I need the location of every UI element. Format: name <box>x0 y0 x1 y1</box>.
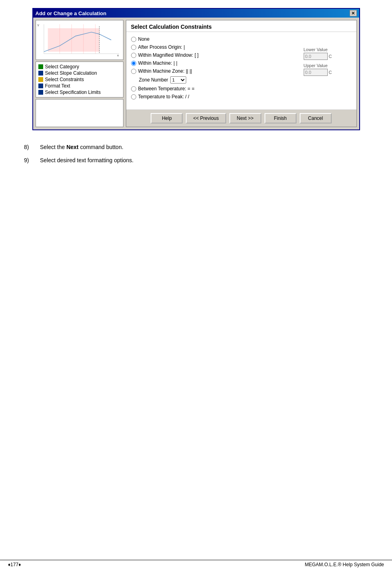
step-color-4 <box>38 90 43 95</box>
zone-row: Zone Number 1 <box>131 75 300 85</box>
lower-value-label: Lower Value <box>304 47 352 52</box>
instruction-9-text: Select desired text formatting options. <box>40 155 133 165</box>
step-color-1 <box>38 71 43 76</box>
lower-value-row: C <box>304 53 352 60</box>
bottom-panel <box>36 99 123 127</box>
cancel-button[interactable]: Cancel <box>300 113 332 123</box>
zone-label: Zone Number <box>139 77 168 83</box>
constraints-area: NoneAfter Process Origin: |Within Magnif… <box>126 32 356 109</box>
right-panel: Select Calculation Constraints NoneAfter… <box>126 20 357 127</box>
previous-button[interactable]: << Previous <box>186 113 226 123</box>
radio-r_magnified[interactable] <box>131 53 136 58</box>
instruction-8-text: Select the Next command button. <box>40 142 123 152</box>
page-content: 8) Select the Next command button. 9) Se… <box>16 138 376 173</box>
radio-label-r_machine: Within Machine: | | <box>138 60 177 66</box>
dialog-close-button[interactable]: ✕ <box>350 10 357 16</box>
button-row: Help<< PreviousNext >>FinishCancel <box>126 109 356 127</box>
radio-r_machine[interactable] <box>131 61 136 66</box>
radio-item-r_machine: Within Machine: | | <box>131 59 300 67</box>
radio-r_none[interactable] <box>131 37 136 42</box>
help-button[interactable]: Help <box>151 113 183 123</box>
zone-select[interactable]: 1 <box>170 76 186 84</box>
footer-left: ♦177♦ <box>8 562 21 567</box>
radio-label-r_zone: Within Machine Zone: || || <box>138 68 192 74</box>
radio-item-r_between: Between Temperature: = = <box>131 85 300 93</box>
radio-item-r_zone: Within Machine Zone: || || <box>131 67 300 75</box>
radio-item-r_none: None <box>131 35 300 43</box>
instruction-9: 9) Select desired text formatting option… <box>24 155 368 165</box>
step-item-2: Select Constraints <box>38 76 121 83</box>
step-color-2 <box>38 77 43 82</box>
svg-text:Y: Y <box>37 24 39 27</box>
upper-unit: C <box>329 70 332 75</box>
left-panel: Y x Select CategorySelect Slope Calculat… <box>36 20 123 127</box>
step-color-3 <box>38 84 43 88</box>
step-label-0: Select Category <box>45 64 79 70</box>
dialog-body: Y x Select CategorySelect Slope Calculat… <box>33 18 359 129</box>
lower-value-group: Lower Value C <box>304 47 352 60</box>
radio-item-r_after: After Process Origin: | <box>131 43 300 51</box>
next-button[interactable]: Next >> <box>229 113 261 123</box>
value-panel: Lower Value C Upper Value C <box>304 35 352 106</box>
upper-value-input[interactable] <box>304 69 328 76</box>
radio-label-r_none: None <box>138 36 150 42</box>
instruction-9-num: 9) <box>24 155 36 165</box>
page-footer: ♦177♦ MEGAM.O.L.E.® Help System Guide <box>0 560 392 569</box>
step-item-4: Select Specification Limits <box>38 89 121 95</box>
radio-label-r_between: Between Temperature: = = <box>138 86 195 92</box>
radio-item-r_topeak: Temperature to Peak: / / <box>131 93 300 101</box>
step-label-2: Select Constraints <box>45 77 84 82</box>
steps-list: Select CategorySelect Slope CalculationS… <box>36 62 123 97</box>
radio-options: NoneAfter Process Origin: |Within Magnif… <box>131 35 300 106</box>
step-item-3: Format Text <box>38 83 121 89</box>
finish-button[interactable]: Finish <box>265 113 296 123</box>
radio-label-r_topeak: Temperature to Peak: / / <box>138 94 189 99</box>
svg-text:x: x <box>117 54 119 57</box>
step-label-4: Select Specification Limits <box>45 90 101 95</box>
instruction-8-num: 8) <box>24 142 36 152</box>
radio-label-r_magnified: Within Magnified Window: [ ] <box>138 52 199 58</box>
dialog-titlebar: Add or Change a Calculation ✕ <box>33 9 359 18</box>
dialog-window: Add or Change a Calculation ✕ <box>32 8 360 130</box>
step-label-3: Format Text <box>45 83 70 89</box>
upper-value-row: C <box>304 69 352 76</box>
dialog-title: Add or Change a Calculation <box>36 10 107 16</box>
step-color-0 <box>38 64 43 69</box>
radio-r_after[interactable] <box>131 45 136 50</box>
chart-area: Y x <box>36 20 123 60</box>
radio-label-r_after: After Process Origin: | <box>138 44 185 50</box>
footer-right: MEGAM.O.L.E.® Help System Guide <box>305 562 384 567</box>
radio-r_topeak[interactable] <box>131 94 136 99</box>
upper-value-label: Upper Value <box>304 63 352 68</box>
instruction-8: 8) Select the Next command button. <box>24 142 368 152</box>
lower-unit: C <box>329 54 332 59</box>
step-item-0: Select Category <box>38 64 121 70</box>
radio-r_between[interactable] <box>131 86 136 92</box>
step-item-1: Select Slope Calculation <box>38 70 121 76</box>
right-panel-title: Select Calculation Constraints <box>126 20 356 32</box>
lower-value-input[interactable] <box>304 53 328 60</box>
svg-rect-2 <box>48 28 99 52</box>
radio-item-r_magnified: Within Magnified Window: [ ] <box>131 51 300 59</box>
upper-value-group: Upper Value C <box>304 63 352 76</box>
radio-r_zone[interactable] <box>131 69 136 74</box>
step-label-1: Select Slope Calculation <box>45 70 97 76</box>
